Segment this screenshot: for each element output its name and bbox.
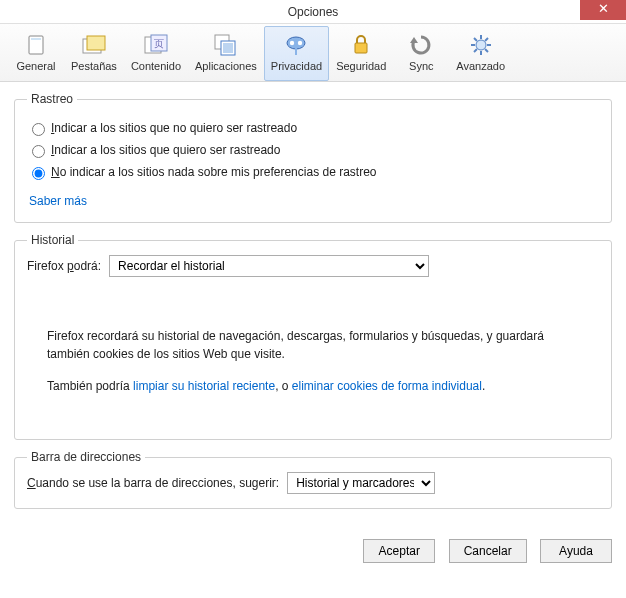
- tracking-more-link[interactable]: Saber más: [29, 194, 87, 208]
- svg-point-12: [290, 41, 294, 45]
- svg-line-21: [474, 38, 477, 41]
- tab-pestanas[interactable]: Pestañas: [64, 26, 124, 81]
- svg-line-23: [474, 49, 477, 52]
- tab-label: Sync: [409, 60, 433, 72]
- window-title: Opciones: [288, 5, 339, 19]
- tracking-group: Rastreo Indicar a los sitios que no quie…: [14, 92, 612, 223]
- svg-text:页: 页: [154, 38, 164, 49]
- security-icon: [347, 31, 375, 59]
- tab-sync[interactable]: Sync: [393, 26, 449, 81]
- svg-rect-1: [31, 38, 41, 40]
- svg-rect-14: [355, 43, 367, 53]
- tab-label: Avanzado: [456, 60, 505, 72]
- svg-rect-9: [223, 43, 233, 53]
- tracking-opt3-label: No indicar a los sitios nada sobre mis p…: [51, 165, 377, 179]
- svg-line-22: [485, 49, 488, 52]
- tracking-opt1-radio[interactable]: [32, 123, 45, 136]
- tracking-opt1-row[interactable]: Indicar a los sitios que no quiero ser r…: [27, 120, 599, 136]
- content-icon: 页: [142, 31, 170, 59]
- tab-seguridad[interactable]: Seguridad: [329, 26, 393, 81]
- tab-label: Privacidad: [271, 60, 322, 72]
- tab-label: Aplicaciones: [195, 60, 257, 72]
- general-icon: [22, 31, 50, 59]
- close-icon: ✕: [598, 1, 609, 16]
- privacy-icon: [282, 31, 310, 59]
- tab-aplicaciones[interactable]: Aplicaciones: [188, 26, 264, 81]
- addressbar-suggest-select[interactable]: Historial y marcadores: [287, 472, 435, 494]
- tab-general[interactable]: General: [8, 26, 64, 81]
- tab-contenido[interactable]: 页 Contenido: [124, 26, 188, 81]
- tracking-opt2-radio[interactable]: [32, 145, 45, 158]
- tracking-opt3-row[interactable]: No indicar a los sitios nada sobre mis p…: [27, 164, 599, 180]
- tab-privacidad[interactable]: Privacidad: [264, 26, 329, 81]
- delete-cookies-link[interactable]: eliminar cookies de forma individual: [292, 379, 482, 393]
- category-toolbar: General Pestañas 页 Contenido Aplicacione…: [0, 24, 626, 82]
- tab-label: Pestañas: [71, 60, 117, 72]
- history-group: Historial Firefox podrá: Recordar el his…: [14, 233, 612, 440]
- svg-point-13: [298, 41, 302, 45]
- history-legend: Historial: [27, 233, 78, 247]
- tab-label: General: [16, 60, 55, 72]
- applications-icon: [212, 31, 240, 59]
- tab-label: Seguridad: [336, 60, 386, 72]
- tab-avanzado[interactable]: Avanzado: [449, 26, 512, 81]
- advanced-icon: [467, 31, 495, 59]
- history-mode-select[interactable]: Recordar el historial: [109, 255, 429, 277]
- sync-icon: [407, 31, 435, 59]
- help-button[interactable]: Ayuda: [540, 539, 612, 563]
- svg-point-16: [476, 40, 486, 50]
- tracking-opt1-label: Indicar a los sitios que no quiero ser r…: [51, 121, 297, 135]
- history-links-line: También podría limpiar su historial reci…: [47, 377, 579, 395]
- tracking-legend: Rastreo: [27, 92, 77, 106]
- title-bar: Opciones ✕: [0, 0, 626, 24]
- tab-label: Contenido: [131, 60, 181, 72]
- history-label: Firefox podrá:: [27, 259, 101, 273]
- tabs-icon: [80, 31, 108, 59]
- svg-line-24: [485, 38, 488, 41]
- close-button[interactable]: ✕: [580, 0, 626, 20]
- svg-rect-3: [87, 36, 105, 50]
- svg-rect-11: [295, 47, 297, 55]
- clear-recent-history-link[interactable]: limpiar su historial reciente: [133, 379, 275, 393]
- tracking-opt2-row[interactable]: Indicar a los sitios que quiero ser rast…: [27, 142, 599, 158]
- content-area: Rastreo Indicar a los sitios que no quie…: [0, 82, 626, 529]
- dialog-button-bar: Aceptar Cancelar Ayuda: [0, 529, 626, 573]
- addressbar-label: Cuando se use la barra de direcciones, s…: [27, 476, 279, 490]
- addressbar-group: Barra de direcciones Cuando se use la ba…: [14, 450, 612, 509]
- tracking-opt2-label: Indicar a los sitios que quiero ser rast…: [51, 143, 280, 157]
- tracking-opt3-radio[interactable]: [32, 167, 45, 180]
- addressbar-legend: Barra de direcciones: [27, 450, 145, 464]
- ok-button[interactable]: Aceptar: [363, 539, 435, 563]
- svg-marker-15: [410, 37, 418, 43]
- cancel-button[interactable]: Cancelar: [449, 539, 527, 563]
- history-description: Firefox recordará su historial de navega…: [47, 327, 579, 363]
